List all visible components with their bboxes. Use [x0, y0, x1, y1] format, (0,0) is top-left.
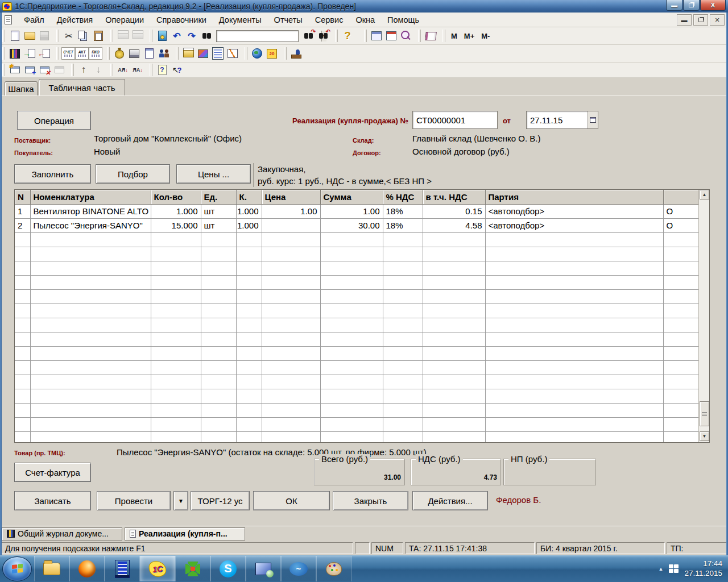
description-book-icon[interactable]: [423, 29, 438, 43]
journals-icon[interactable]: [7, 47, 22, 60]
buyer-value[interactable]: Новый: [94, 147, 120, 156]
column-header[interactable]: Цена: [262, 190, 320, 204]
empty-table-row[interactable]: [15, 289, 700, 304]
calculator-icon[interactable]: [369, 29, 384, 43]
cell-vat[interactable]: 18%: [383, 204, 423, 218]
redo-icon[interactable]: [184, 29, 199, 43]
report-chart-icon[interactable]: [225, 47, 240, 60]
find-icon[interactable]: [199, 29, 214, 43]
empty-table-row[interactable]: [15, 261, 700, 275]
partners-icon[interactable]: [156, 47, 171, 60]
find-previous-icon[interactable]: [316, 29, 330, 43]
table-row[interactable]: 1Вентилятор BINATONE ALTO1.000шт1.0001.0…: [15, 204, 700, 218]
child-minimize-button[interactable]: ▬: [677, 14, 692, 26]
column-header[interactable]: Кол-во: [151, 190, 201, 204]
empty-table-row[interactable]: [15, 403, 700, 417]
taskbar-skype-button[interactable]: S: [210, 556, 246, 581]
window-restore-button[interactable]: [683, 0, 700, 11]
cell-sum[interactable]: 1.00: [320, 204, 383, 218]
empty-table-row[interactable]: [15, 247, 700, 261]
cell-k[interactable]: 1.000: [236, 218, 262, 232]
taskbar-1c-button[interactable]: [140, 556, 175, 581]
tab-tablichnaya-chast[interactable]: Табличная часть: [39, 79, 125, 95]
akt-icon[interactable]: АКТ: [75, 47, 89, 60]
mdi-window-button-1[interactable]: Общий журнал докуме...: [2, 527, 122, 541]
column-header[interactable]: [663, 190, 700, 204]
cell-name[interactable]: Вентилятор BINATONE ALTO: [30, 204, 151, 218]
menu-item-9[interactable]: Помощь: [381, 14, 425, 26]
menu-item-1[interactable]: Файл: [18, 14, 51, 26]
duplicate-row-icon[interactable]: [52, 63, 67, 77]
supplier-value[interactable]: Торговый дом "Комплексный" (Офис): [94, 134, 242, 143]
empty-table-row[interactable]: [15, 431, 700, 443]
enter-on-basis-icon[interactable]: [22, 47, 37, 60]
prices-button[interactable]: Цены ...: [176, 164, 251, 184]
calendar-icon[interactable]: [384, 29, 399, 43]
child-close-button[interactable]: ✕: [710, 14, 725, 26]
column-header[interactable]: Сумма: [320, 190, 383, 204]
cell-vat_sum[interactable]: 4.58: [423, 218, 485, 232]
empty-table-row[interactable]: [15, 360, 700, 375]
print-icon[interactable]: [115, 29, 130, 43]
table-vertical-scrollbar[interactable]: ▲ ▼: [698, 190, 709, 442]
cell-flag[interactable]: О: [663, 218, 700, 232]
date-picker-button[interactable]: [588, 111, 598, 128]
empty-table-row[interactable]: [15, 332, 700, 346]
cell-vat[interactable]: 18%: [383, 218, 423, 232]
start-button[interactable]: [2, 556, 32, 581]
cell-n[interactable]: 2: [15, 218, 30, 232]
menu-item-4[interactable]: Справочники: [150, 14, 213, 26]
taskbar-firefox-button[interactable]: [69, 556, 105, 581]
close-button[interactable]: Закрыть: [333, 491, 408, 510]
copy-add-row-icon[interactable]: +: [22, 63, 37, 77]
cell-price[interactable]: 2.00: [262, 218, 320, 232]
cell-k[interactable]: 1.000: [236, 204, 262, 218]
contract-value[interactable]: Основной договор (руб.): [412, 147, 510, 156]
window-minimize-button[interactable]: ▬: [666, 0, 682, 11]
column-header[interactable]: в т.ч. НДС: [423, 190, 485, 204]
column-header[interactable]: N: [15, 190, 30, 204]
ok-button[interactable]: ОК: [253, 491, 330, 510]
calendar-20-icon[interactable]: [264, 47, 279, 60]
empty-table-row[interactable]: [15, 375, 700, 389]
tray-expand-icon[interactable]: ▲: [659, 566, 664, 572]
new-document-icon[interactable]: [7, 29, 22, 43]
syntax-check-icon[interactable]: [155, 29, 169, 43]
taskbar-explorer-button[interactable]: [34, 556, 69, 581]
taskbar-icq-button[interactable]: [175, 556, 210, 581]
move-row-up-icon[interactable]: [76, 63, 91, 77]
cell-flag[interactable]: О: [663, 204, 700, 218]
cash-register-icon[interactable]: [127, 47, 142, 60]
cut-icon[interactable]: [61, 29, 76, 43]
tab-shapka[interactable]: Шапка: [5, 81, 38, 95]
memory-plus-button[interactable]: М+: [461, 32, 478, 40]
cell-batch[interactable]: <автоподбор>: [485, 218, 663, 232]
invoice-schet-icon[interactable]: СЧЕТ: [61, 47, 75, 60]
torg12-button[interactable]: ТОРГ-12 ус: [191, 491, 250, 510]
memory-recall-button[interactable]: М: [448, 32, 461, 40]
money-bag-icon[interactable]: [112, 47, 127, 60]
column-header[interactable]: Ед.: [201, 190, 236, 204]
search-combobox[interactable]: ▼: [216, 30, 299, 42]
document-system-icon[interactable]: [5, 15, 12, 24]
workplace-icon[interactable]: [289, 47, 304, 60]
subordinate-documents-icon[interactable]: [37, 47, 52, 60]
menu-item-8[interactable]: Окна: [349, 14, 381, 26]
save-icon[interactable]: [37, 29, 52, 43]
paste-icon[interactable]: [91, 29, 106, 43]
web-icon[interactable]: [250, 47, 264, 60]
sort-descending-icon[interactable]: ЯА↓: [130, 63, 145, 77]
column-header[interactable]: К.: [236, 190, 262, 204]
copy-icon[interactable]: [76, 29, 91, 43]
taskbar-paint-button[interactable]: [316, 556, 351, 581]
cell-unit[interactable]: шт: [201, 204, 236, 218]
cell-qty[interactable]: 1.000: [151, 204, 201, 218]
post-button[interactable]: Провести: [97, 491, 171, 510]
pick-button[interactable]: Подбор: [96, 164, 170, 184]
column-header[interactable]: % НДС: [383, 190, 423, 204]
window-close-button[interactable]: X: [700, 0, 726, 11]
cell-vat_sum[interactable]: 0.15: [423, 204, 485, 218]
menu-item-3[interactable]: Операции: [99, 14, 150, 26]
doc-date-input[interactable]: 27.11.15: [526, 111, 598, 129]
register-list-icon[interactable]: [210, 47, 225, 60]
